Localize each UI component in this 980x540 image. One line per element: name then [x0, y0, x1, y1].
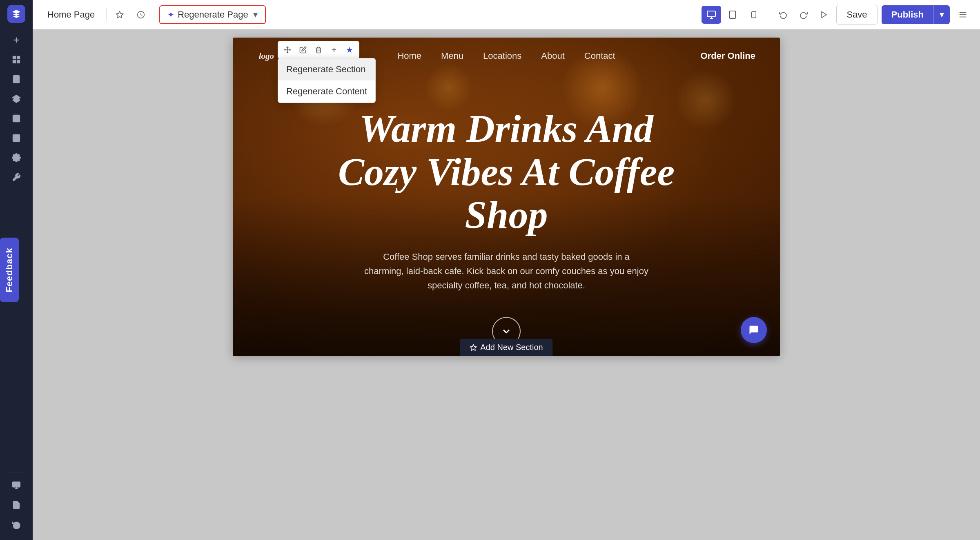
undo-icon[interactable]: [775, 7, 791, 23]
svg-rect-2: [13, 56, 16, 59]
publish-button[interactable]: Publish ▾: [882, 5, 950, 24]
svg-rect-22: [707, 11, 715, 17]
delete-section-icon[interactable]: [311, 42, 326, 57]
hamburger-menu-icon[interactable]: [954, 6, 972, 24]
nav-links: Home Menu Locations About Contact: [397, 51, 615, 61]
add-element-icon[interactable]: [7, 31, 25, 49]
edit-section-icon[interactable]: [296, 42, 310, 57]
hero-content: Warm Drinks And Cozy Vibes At Coffee Sho…: [233, 74, 780, 346]
topbar-separator-1: [106, 8, 107, 21]
hero-title: Warm Drinks And Cozy Vibes At Coffee Sho…: [323, 107, 690, 237]
svg-point-16: [14, 136, 16, 137]
page-icon[interactable]: [7, 70, 25, 88]
sidebar: Feedback: [0, 0, 33, 540]
layers-icon[interactable]: [7, 90, 25, 108]
publish-dropdown-icon[interactable]: ▾: [933, 5, 950, 24]
svg-rect-5: [17, 60, 20, 63]
table-icon[interactable]: [7, 109, 25, 127]
settings-icon[interactable]: [7, 149, 25, 167]
move-section-icon[interactable]: [280, 42, 295, 57]
nav-home[interactable]: Home: [397, 51, 421, 61]
svg-rect-4: [13, 60, 16, 63]
add-section-label: Add New Section: [480, 343, 543, 352]
regenerate-page-button[interactable]: ✦ Regenerate Page ▾: [159, 5, 265, 24]
svg-marker-29: [822, 11, 827, 18]
svg-rect-18: [13, 482, 20, 487]
ai-regenerate-toolbar-icon[interactable]: [342, 42, 357, 57]
svg-rect-11: [13, 115, 20, 122]
nav-locations[interactable]: Locations: [483, 51, 521, 61]
nav-contact[interactable]: Contact: [584, 51, 615, 61]
tab-label: Home Page: [47, 9, 95, 20]
nav-menu[interactable]: Menu: [441, 51, 463, 61]
regenerate-section-item[interactable]: Regenerate Section: [278, 58, 375, 80]
mobile-device-icon[interactable]: [744, 6, 764, 24]
home-page-tab[interactable]: Home Page: [41, 6, 101, 23]
svg-rect-3: [17, 56, 20, 59]
plugin-icon[interactable]: [7, 168, 25, 186]
grid-icon[interactable]: [7, 51, 25, 69]
feedback-button[interactable]: Feedback: [0, 238, 19, 302]
responsive-icon[interactable]: [7, 476, 25, 494]
pages-icon[interactable]: [7, 496, 25, 514]
save-button[interactable]: Save: [836, 5, 877, 25]
history-icon[interactable]: [7, 515, 25, 533]
topbar-actions: Save Publish ▾: [775, 5, 972, 25]
page-canvas: Regenerate Section Regenerate Content: [233, 38, 780, 356]
publish-label: Publish: [882, 5, 933, 24]
regenerate-dropdown-menu: Regenerate Section Regenerate Content: [278, 58, 376, 103]
canvas-wrapper: Regenerate Section Regenerate Content: [33, 29, 980, 540]
section-toolbar: [278, 41, 359, 59]
chat-bubble-button[interactable]: [741, 317, 767, 343]
add-element-toolbar-icon[interactable]: [327, 42, 341, 57]
sidebar-logo[interactable]: [7, 5, 25, 23]
topbar-separator-2: [154, 8, 154, 21]
topbar: Home Page ✦ Regenerate Page ▾: [33, 0, 980, 29]
nav-order-online[interactable]: Order Online: [701, 51, 755, 61]
pin-icon[interactable]: [111, 7, 128, 23]
svg-text:logo: logo: [259, 51, 274, 60]
preview-icon[interactable]: [816, 7, 832, 23]
add-new-section-button[interactable]: Add New Section: [460, 339, 552, 356]
regenerate-icon: ✦: [167, 10, 174, 20]
regenerate-content-item[interactable]: Regenerate Content: [278, 80, 375, 103]
device-switcher: [702, 6, 764, 24]
regenerate-page-label: Regenerate Page: [178, 9, 248, 20]
main-area: Home Page ✦ Regenerate Page ▾: [33, 0, 980, 540]
desktop-device-icon[interactable]: [702, 6, 721, 24]
nav-about[interactable]: About: [541, 51, 565, 61]
regenerate-chevron-icon: ▾: [253, 9, 258, 20]
tablet-device-icon[interactable]: [723, 6, 742, 24]
image-icon[interactable]: [7, 129, 25, 147]
redo-icon[interactable]: [795, 7, 812, 23]
history-tab-icon[interactable]: [133, 7, 149, 23]
hero-subtitle: Coffee Shop serves familiar drinks and t…: [363, 250, 649, 293]
